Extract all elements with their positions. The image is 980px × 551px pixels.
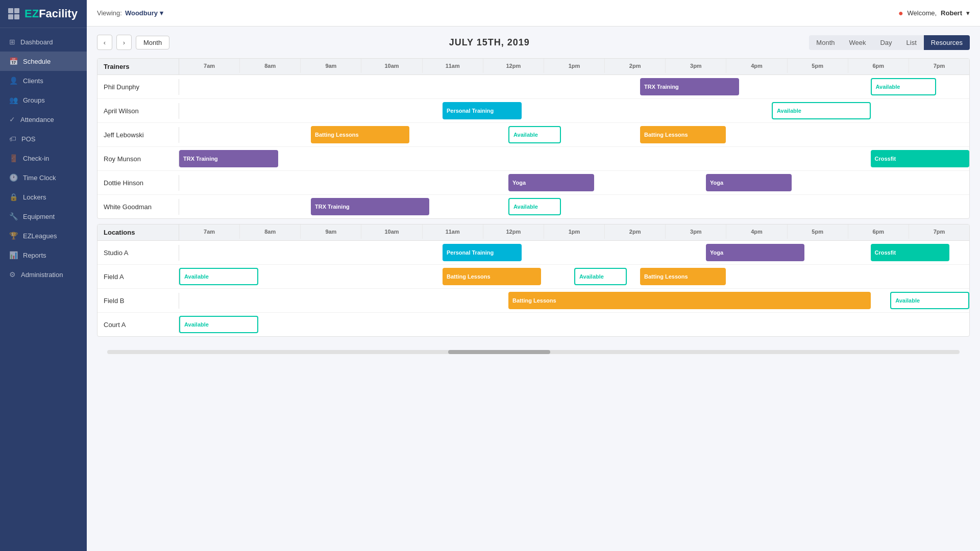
event-block-crossfit[interactable]: Crossfit (871, 150, 970, 167)
events-row: Personal TrainingYogaCrossfit (179, 241, 969, 264)
location-selector[interactable]: Woodbury ▾ (125, 9, 163, 17)
event-block-batting[interactable]: Batting Lessons (311, 126, 410, 143)
sidebar-item-label: Dashboard (20, 38, 53, 46)
calendar-icon: 📅 (9, 57, 18, 65)
events-row: Available (179, 313, 969, 336)
event-block-yoga[interactable]: Yoga (706, 244, 805, 261)
today-button[interactable]: Month (136, 36, 169, 49)
event-block-available[interactable]: Available (772, 102, 871, 119)
time-slot-label: 10am (361, 224, 422, 239)
sidebar-item-label: Attendance (20, 116, 54, 123)
sidebar-item-dashboard[interactable]: ⊞ Dashboard (0, 32, 87, 52)
time-slot-label: 6pm (848, 224, 909, 239)
time-slot-label: 2pm (605, 59, 666, 73)
topbar-right: ● Welcome, Robert ▾ (898, 9, 970, 18)
row-name: Jeff Lebowski (97, 127, 179, 143)
tab-day[interactable]: Day (873, 35, 899, 50)
user-avatar-icon: ● (898, 9, 903, 18)
event-block-batting[interactable]: Batting Lessons (640, 268, 726, 285)
event-block-batting[interactable]: Batting Lessons (443, 268, 542, 285)
sidebar-item-attendance[interactable]: ✓ Attendance (0, 110, 87, 129)
app-logo: EZFacility (0, 0, 87, 28)
sidebar-item-label: Administration (21, 271, 63, 279)
time-slot-label: 1pm (544, 59, 605, 73)
time-slot-label: 7am (179, 59, 240, 73)
sidebar-item-equipment[interactable]: 🔧 Equipment (0, 207, 87, 226)
sidebar-item-administration[interactable]: ⚙ Administration (0, 265, 87, 284)
event-block-available[interactable]: Available (179, 316, 258, 333)
event-block-available[interactable]: Available (871, 78, 937, 95)
app-name: EZFacility (24, 7, 78, 20)
next-button[interactable]: › (116, 35, 132, 50)
trainers-header-row: Trainers 7am8am9am10am11am12pm1pm2pm3pm4… (97, 59, 969, 75)
events-row: AvailableBatting LessonsAvailableBatting… (179, 265, 969, 288)
door-icon: 🚪 (9, 154, 18, 162)
time-slot-label: 12pm (483, 59, 544, 73)
scrollbar-thumb[interactable] (448, 350, 550, 354)
username: Robert (941, 9, 962, 17)
event-block-available[interactable]: Available (574, 268, 627, 285)
calendar-header: ‹ › Month JULY 15TH, 2019 Month Week Day… (97, 35, 970, 50)
welcome-text: Welcome, (908, 9, 937, 17)
time-slot-label: 11am (423, 59, 483, 73)
event-block-personal[interactable]: Personal Training (443, 102, 522, 119)
tab-list[interactable]: List (899, 35, 924, 50)
events-row: TRX TrainingAvailable (179, 75, 969, 98)
sidebar-item-checkin[interactable]: 🚪 Check-in (0, 148, 87, 168)
horizontal-scrollbar[interactable] (107, 350, 960, 354)
sidebar-item-groups[interactable]: 👥 Groups (0, 90, 87, 110)
sidebar-item-label: Check-in (23, 155, 49, 162)
table-row: Field AAvailableBatting LessonsAvailable… (97, 265, 969, 289)
row-name: Studio A (97, 245, 179, 261)
prev-button[interactable]: ‹ (97, 35, 112, 50)
sidebar-item-label: Time Clock (23, 174, 56, 182)
viewing-label: Viewing: (97, 9, 122, 17)
user-menu-chevron[interactable]: ▾ (966, 9, 970, 17)
event-block-yoga[interactable]: Yoga (706, 174, 792, 191)
sidebar-item-ezleagues[interactable]: 🏆 EZLeagues (0, 226, 87, 245)
tab-resources[interactable]: Resources (924, 35, 970, 50)
event-block-batting[interactable]: Batting Lessons (508, 292, 871, 309)
time-slot-label: 2pm (605, 224, 666, 239)
sidebar-item-timeclock[interactable]: 🕐 Time Clock (0, 168, 87, 187)
event-block-available[interactable]: Available (890, 292, 969, 309)
event-block-trx[interactable]: TRX Training (311, 198, 429, 215)
sidebar-nav: ⊞ Dashboard 📅 Schedule 👤 Clients 👥 Group… (0, 28, 87, 551)
time-slot-label: 4pm (726, 224, 787, 239)
time-slot-label: 9am (301, 224, 361, 239)
row-name: White Goodman (97, 199, 179, 215)
sidebar-item-label: POS (21, 135, 35, 143)
time-slot-label: 12pm (483, 224, 544, 239)
topbar-left: Viewing: Woodbury ▾ (97, 9, 163, 17)
sidebar: EZFacility ⊞ Dashboard 📅 Schedule 👤 Clie… (0, 0, 87, 551)
event-block-batting[interactable]: Batting Lessons (640, 126, 726, 143)
dashboard-icon: ⊞ (9, 38, 15, 46)
event-block-yoga[interactable]: Yoga (508, 174, 594, 191)
sidebar-item-clients[interactable]: 👤 Clients (0, 71, 87, 90)
sidebar-item-reports[interactable]: 📊 Reports (0, 245, 87, 265)
people-icon: 👥 (9, 96, 18, 104)
row-name: Field B (97, 293, 179, 309)
row-name: Dottie Hinson (97, 175, 179, 191)
event-block-available[interactable]: Available (508, 198, 561, 215)
locations-column-header: Locations (97, 224, 179, 240)
event-block-available[interactable]: Available (508, 126, 561, 143)
event-block-personal[interactable]: Personal Training (443, 244, 522, 261)
table-row: Dottie HinsonYogaYoga (97, 171, 969, 195)
tab-month[interactable]: Month (809, 35, 842, 50)
event-block-crossfit[interactable]: Crossfit (871, 244, 950, 261)
time-slot-label: 1pm (544, 224, 605, 239)
time-slot-label: 5pm (788, 59, 848, 73)
time-slot-label: 7pm (909, 59, 969, 73)
tool-icon: 🔧 (9, 212, 18, 220)
sidebar-item-pos[interactable]: 🏷 POS (0, 129, 87, 148)
event-block-trx[interactable]: TRX Training (179, 150, 278, 167)
sidebar-item-lockers[interactable]: 🔒 Lockers (0, 187, 87, 207)
tab-week[interactable]: Week (842, 35, 873, 50)
event-block-trx[interactable]: TRX Training (640, 78, 739, 95)
event-block-available[interactable]: Available (179, 268, 258, 285)
table-row: Phil DunphyTRX TrainingAvailable (97, 75, 969, 99)
sidebar-item-schedule[interactable]: 📅 Schedule (0, 52, 87, 71)
topbar: Viewing: Woodbury ▾ ● Welcome, Robert ▾ (87, 0, 980, 27)
clock-icon: 🕐 (9, 173, 18, 182)
